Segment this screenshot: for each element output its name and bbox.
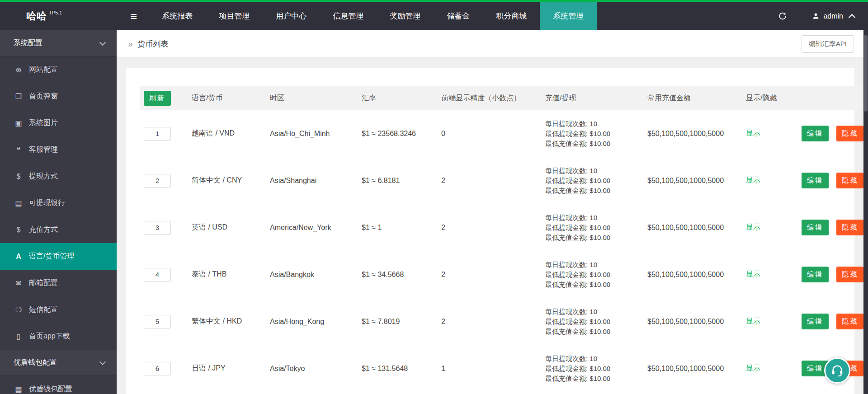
language-currency-cell: 日语 / JPY	[192, 345, 270, 392]
breadcrumb-bar: » 货币列表 编辑汇率API	[117, 30, 863, 58]
visibility-status: 显示	[746, 223, 760, 231]
sidebar-item[interactable]: ❍短信配置	[0, 296, 117, 323]
top-nav-item[interactable]: 项目管理	[206, 2, 263, 30]
chevron-up-icon	[849, 14, 856, 21]
top-nav-item[interactable]: 储蓄金	[434, 2, 483, 30]
table-row: 越南语 / VND Asia/Ho_Chi_Minh $1 ≈ 23568.32…	[140, 110, 863, 157]
edit-button[interactable]: 编辑	[802, 126, 829, 141]
user-name: admin	[823, 12, 843, 20]
top-nav-item[interactable]: 积分商城	[483, 2, 540, 30]
bank-card-icon: ▤	[14, 199, 24, 207]
table-row: 简体中文 / CNY Asia/Shanghai $1 ≈ 6.8181 2 每…	[140, 157, 863, 204]
language-currency-cell: 英语 / USD	[192, 204, 270, 251]
rate-cell: $1 ≈ 34.5668	[362, 251, 441, 298]
headset-icon	[830, 364, 844, 377]
visibility-status: 显示	[746, 270, 760, 278]
edit-button[interactable]: 编辑	[802, 173, 829, 188]
sidebar-section-header[interactable]: 优盾钱包配置	[0, 350, 117, 376]
limits-cell: 每日提现次数: 10最低提现金额: $10.00最低充值金额: $10.00	[545, 166, 644, 196]
sidebar-item[interactable]: ▣系统图片	[0, 110, 117, 136]
timezone-cell: Asia/Hong_Kong	[270, 298, 362, 345]
column-header-actions	[802, 86, 863, 110]
column-header-language: 语言/货币	[192, 86, 270, 110]
rate-cell: $1 ≈ 7.8019	[362, 298, 441, 345]
sidebar-item[interactable]: ❝客服管理	[0, 136, 117, 163]
sidebar-item[interactable]: $充值方式	[0, 216, 117, 243]
timezone-cell: Asia/Ho_Chi_Minh	[270, 110, 362, 157]
column-header-amounts: 常用充值金额	[647, 86, 746, 110]
scrollbar[interactable]	[863, 30, 868, 394]
customer-service-button[interactable]	[824, 357, 850, 384]
sidebar-item[interactable]: ▤可提现银行	[0, 190, 117, 216]
limits-cell: 每日提现次数: 10最低提现金额: $10.00最低充值金额: $10.00	[545, 354, 644, 384]
chevron-down-icon	[99, 39, 106, 45]
actions-cell: 编辑 隐藏	[802, 251, 863, 298]
visibility-status: 显示	[746, 364, 760, 372]
hamburger-icon[interactable]: ≡	[130, 10, 137, 22]
top-nav-item[interactable]: 用户中心	[263, 2, 320, 30]
edit-rate-api-button[interactable]: 编辑汇率API	[802, 35, 854, 53]
row-order-input[interactable]	[144, 127, 171, 141]
withdraw-dollar-icon: $	[14, 173, 24, 181]
rate-cell: $1 ≈ 23568.3246	[362, 110, 441, 157]
top-nav-item[interactable]: 系统报表	[149, 2, 206, 30]
actions-cell: 编辑 隐藏	[802, 110, 863, 157]
top-nav-item[interactable]: 奖励管理	[377, 2, 434, 30]
chat-icon: ❝	[14, 145, 24, 154]
row-order-input[interactable]	[144, 221, 171, 235]
actions-cell: 编辑 隐藏	[802, 204, 863, 251]
visibility-status: 显示	[746, 176, 760, 184]
content-area: 刷新 语言/货币 时区 汇率 前端显示精度（小数点） 充值/提现 常用充值金额 …	[117, 58, 863, 394]
user-icon	[812, 12, 820, 20]
image-icon: ▣	[14, 119, 24, 127]
precision-cell: 2	[441, 251, 545, 298]
row-order-input[interactable]	[144, 315, 171, 328]
wallet-icon: ▤	[14, 385, 24, 394]
sidebar-section-header[interactable]: 系统配置	[0, 30, 117, 56]
row-order-input[interactable]	[144, 362, 171, 375]
refresh-button[interactable]: 刷新	[144, 91, 171, 106]
sidebar-item[interactable]: A语言/货币管理	[0, 243, 117, 270]
precision-cell: 2	[441, 157, 545, 204]
row-order-input[interactable]	[144, 268, 171, 281]
timezone-cell: Asia/Shanghai	[270, 157, 362, 204]
logo-text: 哈哈	[26, 9, 47, 23]
edit-button[interactable]: 编辑	[802, 267, 829, 282]
hide-button[interactable]: 隐藏	[836, 173, 863, 188]
chevron-down-icon	[99, 358, 106, 365]
sidebar-item[interactable]: ▯首页app下载	[0, 323, 117, 350]
edit-button[interactable]: 编辑	[802, 314, 829, 329]
edit-button[interactable]: 编辑	[802, 220, 829, 235]
hide-button[interactable]: 隐藏	[836, 314, 863, 329]
logo[interactable]: 哈哈 TP5.1	[0, 2, 117, 30]
rate-cell: $1 ≈ 1	[362, 204, 441, 251]
hide-button[interactable]: 隐藏	[836, 220, 863, 235]
refresh-header-cell: 刷新	[140, 86, 192, 110]
row-order-input[interactable]	[144, 174, 171, 188]
recharge-dollar-icon: $	[14, 226, 24, 234]
website-icon: ⊕	[14, 66, 24, 74]
language-currency-cell: 泰语 / THB	[192, 251, 270, 298]
column-header-visibility: 显示/隐藏	[746, 86, 802, 110]
refresh-icon[interactable]	[778, 12, 787, 21]
sms-icon: ❍	[14, 305, 24, 314]
amounts-cell: $50,100,500,1000,5000	[647, 110, 746, 157]
hide-button[interactable]: 隐藏	[836, 126, 863, 141]
sidebar-item[interactable]: ▤优盾钱包配置	[0, 376, 117, 394]
user-menu[interactable]: admin	[812, 12, 854, 20]
sidebar-item[interactable]: $提现方式	[0, 163, 117, 190]
top-nav-item[interactable]: 系统管理	[540, 2, 597, 30]
sidebar-item[interactable]: ⊕网站配置	[0, 56, 117, 83]
logo-version: TP5.1	[49, 10, 62, 15]
amounts-cell: $50,100,500,1000,5000	[647, 204, 746, 251]
actions-cell: 编辑 隐藏	[802, 298, 863, 345]
sidebar-item[interactable]: ❐首页弹窗	[0, 83, 117, 110]
scrollbar-thumb[interactable]	[864, 35, 868, 112]
visibility-status: 显示	[746, 129, 760, 137]
precision-cell: 0	[441, 110, 545, 157]
top-nav-item[interactable]: 信息管理	[320, 2, 377, 30]
hide-button[interactable]: 隐藏	[836, 267, 863, 282]
timezone-cell: Asia/Tokyo	[270, 345, 362, 392]
sidebar-item[interactable]: ✉邮箱配置	[0, 270, 117, 296]
topbar-right: admin	[778, 2, 868, 30]
